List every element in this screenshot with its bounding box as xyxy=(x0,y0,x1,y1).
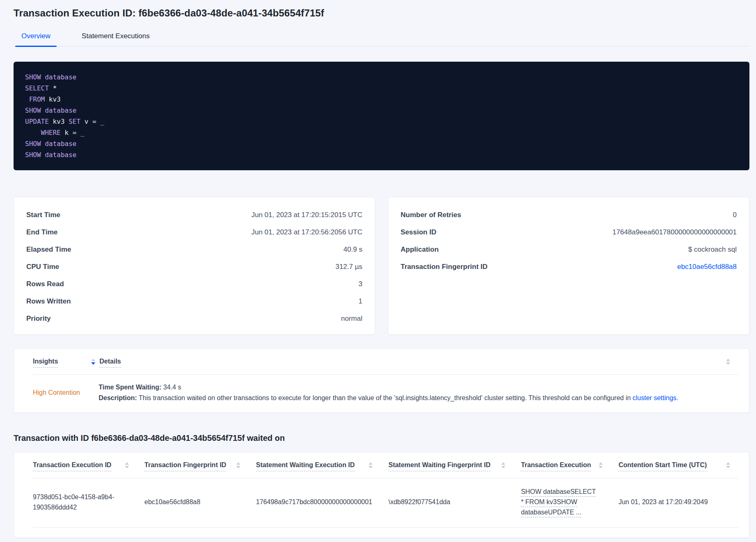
sql-line: SHOW database xyxy=(25,138,738,149)
sql-text: k = _ xyxy=(61,129,85,137)
column-header-transaction-execution[interactable]: Transaction Execution xyxy=(521,461,619,469)
waited-table-header-row: Transaction Execution ID Transaction Fin… xyxy=(14,452,749,478)
sort-up-arrow xyxy=(125,462,129,465)
sort-down-arrow-active xyxy=(91,362,95,365)
stat-label: CPU Time xyxy=(26,263,59,271)
sort-icon[interactable] xyxy=(236,462,240,468)
stat-value: 312.7 µs xyxy=(335,263,362,271)
sort-icon[interactable] xyxy=(726,359,730,365)
sort-up-arrow xyxy=(369,462,373,465)
sql-keyword: SHOW database xyxy=(25,140,76,148)
insight-type-badge: High Contention xyxy=(33,389,99,396)
sql-keyword: FROM xyxy=(25,95,45,103)
tab-bar: Overview Statement Executions xyxy=(14,29,749,46)
divider xyxy=(33,527,738,528)
description-text: This transaction waited on other transac… xyxy=(137,394,632,401)
sort-down-arrow xyxy=(236,466,240,468)
waiting-label: Time Spent Waiting: xyxy=(99,384,161,391)
column-header-label[interactable]: Statement Waiting Execution ID xyxy=(256,461,355,469)
stat-label: Rows Written xyxy=(26,297,71,306)
active-tab-underline xyxy=(15,46,57,47)
insights-table-header: Insights Details xyxy=(14,349,749,374)
column-header-contention-start-time[interactable]: Contention Start Time (UTC) xyxy=(618,461,730,469)
cell-contention-start-time: Jun 01, 2023 at 17:20:49:2049 xyxy=(618,497,730,507)
description-label: Description: xyxy=(99,394,137,401)
stat-row-priority: Priority normal xyxy=(26,310,362,327)
stat-label: Start Time xyxy=(26,211,60,219)
sort-down-arrow xyxy=(501,466,505,468)
cell-statement-waiting-fingerprint-id: \xdb8922f077541dda xyxy=(388,497,521,507)
details-column-header[interactable]: Details xyxy=(99,358,726,365)
tab-overview-label: Overview xyxy=(21,32,51,40)
stat-value: Jun 01, 2023 at 17:20:15:2015 UTC xyxy=(251,211,362,219)
sort-down-arrow xyxy=(369,466,373,468)
sort-icon[interactable] xyxy=(599,462,603,468)
sort-desc-icon[interactable] xyxy=(91,359,95,365)
sort-icon[interactable] xyxy=(369,462,373,468)
sql-text: kv3 xyxy=(45,95,61,103)
stat-label: Transaction Fingerprint ID xyxy=(401,263,488,271)
sort-icon[interactable] xyxy=(501,462,505,468)
stat-label: End Time xyxy=(26,228,58,236)
insights-header-label[interactable]: Insights xyxy=(33,358,58,365)
sort-down-arrow xyxy=(125,466,129,468)
tab-statement-executions-label: Statement Executions xyxy=(82,32,150,40)
sort-icon[interactable] xyxy=(125,462,129,468)
insight-details: Time Spent Waiting: 34.4 s Description: … xyxy=(99,382,730,403)
sql-statements-box: SHOW database SELECT * FROM kv3 SHOW dat… xyxy=(14,62,749,170)
cluster-settings-link[interactable]: cluster settings xyxy=(633,394,677,401)
cell-transaction-execution-id: 9738d051-bc0e-4158-a9b4-1903586ddd42 xyxy=(33,492,145,512)
stat-label: Application xyxy=(401,246,439,254)
sql-keyword: SHOW database xyxy=(25,151,76,159)
sort-down-arrow xyxy=(726,362,730,365)
cell-transaction-fingerprint-id: ebc10ae56cfd88a8 xyxy=(145,497,256,507)
details-header-label[interactable]: Details xyxy=(99,358,121,365)
stat-value: 0 xyxy=(733,211,737,219)
stat-row-retries: Number of Retries 0 xyxy=(401,206,737,224)
sql-line: SHOW database xyxy=(25,105,738,116)
column-header-label[interactable]: Contention Start Time (UTC) xyxy=(618,461,707,469)
sql-line: SHOW database xyxy=(25,149,738,160)
sort-up-arrow xyxy=(236,462,240,465)
column-header-label[interactable]: Transaction Execution ID xyxy=(33,461,111,469)
stat-label: Priority xyxy=(26,315,51,323)
stat-row-end-time: End Time Jun 01, 2023 at 17:20:56:2056 U… xyxy=(26,224,362,241)
column-header-transaction-execution-id[interactable]: Transaction Execution ID xyxy=(33,461,145,469)
sort-icon[interactable] xyxy=(726,462,730,468)
sort-up-arrow xyxy=(599,462,603,465)
insights-column-header[interactable]: Insights xyxy=(33,358,95,365)
sort-up-arrow xyxy=(726,359,730,361)
sql-keyword: SHOW database xyxy=(25,73,76,81)
transaction-fingerprint-link[interactable]: ebc10ae56cfd88a8 xyxy=(677,263,737,271)
column-header-statement-waiting-fingerprint-id[interactable]: Statement Waiting Fingerprint ID xyxy=(388,461,521,469)
column-header-transaction-fingerprint-id[interactable]: Transaction Fingerprint ID xyxy=(145,461,256,469)
description-suffix: . xyxy=(676,394,678,401)
column-header-label[interactable]: Statement Waiting Fingerprint ID xyxy=(388,461,490,469)
page-title: Transaction Execution ID: f6be6366-da03-… xyxy=(14,0,749,19)
column-header-statement-waiting-execution-id[interactable]: Statement Waiting Execution ID xyxy=(256,461,388,469)
tab-statement-executions[interactable]: Statement Executions xyxy=(76,29,156,46)
insights-table-card: Insights Details High Contention Time Sp… xyxy=(14,348,749,413)
cell-statement-waiting-execution-id: 176498a9c717bdc80000000000000001 xyxy=(256,497,388,507)
sort-down-arrow xyxy=(599,466,603,468)
waited-on-table-card: Transaction Execution ID Transaction Fin… xyxy=(14,452,749,538)
stat-value: 17648a9eea6017800000000000000001 xyxy=(612,228,737,236)
insight-row: High Contention Time Spent Waiting: 34.4… xyxy=(14,375,749,412)
waited-table-row: 9738d051-bc0e-4158-a9b4-1903586ddd42 ebc… xyxy=(14,478,749,527)
stat-row-rows-read: Rows Read 3 xyxy=(26,276,362,293)
stat-value: 3 xyxy=(359,280,362,288)
column-header-label[interactable]: Transaction Execution xyxy=(521,461,591,469)
sql-line: FROM kv3 xyxy=(25,94,738,105)
tab-overview[interactable]: Overview xyxy=(15,29,57,46)
stat-value: normal xyxy=(341,315,362,323)
stat-row-cpu-time: CPU Time 312.7 µs xyxy=(26,258,362,276)
column-header-label[interactable]: Transaction Fingerprint ID xyxy=(145,461,226,469)
sql-keyword: UPDATE xyxy=(25,118,49,125)
sql-text: v = _ xyxy=(81,118,104,125)
cell-transaction-execution: SHOW databaseSELECT * FROM kv3SHOW datab… xyxy=(521,486,619,517)
transaction-execution-link[interactable]: SHOW databaseSELECT * FROM kv3SHOW datab… xyxy=(521,488,596,516)
stat-label: Elapsed Time xyxy=(26,246,71,254)
stat-label: Number of Retries xyxy=(401,211,461,219)
stat-label: Session ID xyxy=(401,228,436,236)
stat-row-transaction-fingerprint: Transaction Fingerprint ID ebc10ae56cfd8… xyxy=(401,258,737,276)
